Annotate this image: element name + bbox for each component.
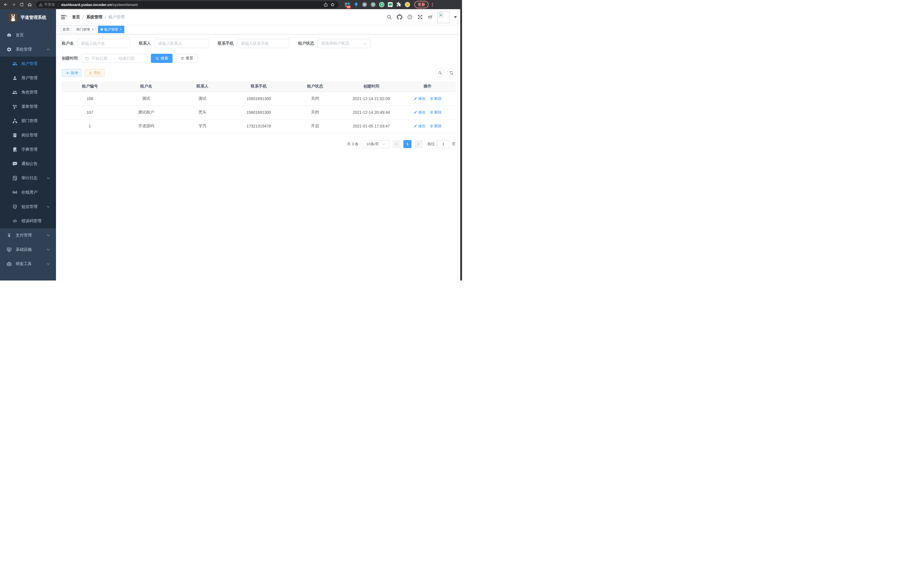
- tab-租户管理[interactable]: 租户管理×: [98, 26, 124, 33]
- edit-row-button[interactable]: 修改: [414, 96, 426, 101]
- edit-icon: [414, 97, 417, 100]
- close-icon[interactable]: ×: [92, 28, 94, 31]
- breadcrumb-system[interactable]: 系统管理: [86, 15, 102, 20]
- breadcrumb-home[interactable]: 首页: [72, 15, 80, 20]
- reset-button[interactable]: 重置: [176, 54, 198, 63]
- tab-部门管理[interactable]: 部门管理×: [74, 26, 96, 33]
- sidebar-item-system[interactable]: 系统管理: [0, 42, 56, 57]
- dashboard-icon: [6, 32, 12, 38]
- window-right-edge: [458, 9, 462, 281]
- svg-text:Y: Y: [381, 3, 383, 6]
- table-cell: 测试: [174, 92, 231, 105]
- sidebar-item-sms[interactable]: 短信管理: [0, 200, 56, 214]
- refresh-icon: [449, 71, 453, 75]
- mobile-input[interactable]: [237, 39, 290, 48]
- sidebar-item-notice[interactable]: 通知公告: [0, 157, 56, 171]
- sidebar-item-infra[interactable]: 基础设施: [0, 242, 56, 257]
- download-icon: [88, 71, 92, 75]
- extension-kite-icon[interactable]: [353, 2, 359, 8]
- sidebar-item-online-user[interactable]: 在线用户: [0, 185, 56, 200]
- hamburger-icon[interactable]: [61, 14, 67, 20]
- tenant-name-input[interactable]: [77, 39, 130, 48]
- forward-icon[interactable]: [10, 1, 17, 8]
- pagination-page-1[interactable]: 1: [404, 140, 411, 148]
- column-header: 联系手机: [231, 81, 287, 92]
- refresh-icon: [181, 57, 184, 60]
- sidebar-item-user[interactable]: 用户管理: [0, 71, 56, 85]
- caret-down-icon[interactable]: [454, 16, 457, 18]
- status-select[interactable]: 请选择租户状态: [317, 39, 370, 48]
- extension-command-icon[interactable]: ⌘: [362, 2, 368, 8]
- sidebar-item-dict[interactable]: 字典管理: [0, 142, 56, 157]
- pagination-next-button[interactable]: [414, 140, 422, 148]
- filter-row-1: 租户名 联系人 联系手机 租户状态 请选择租户状态: [62, 39, 456, 48]
- security-warning[interactable]: 不安全: [39, 2, 55, 7]
- reload-icon[interactable]: [18, 1, 25, 8]
- sidebar-item-dev-tools[interactable]: 研发工具: [0, 257, 56, 271]
- page-size-select[interactable]: 10条/页: [362, 140, 390, 148]
- font-size-icon[interactable]: tT: [427, 14, 434, 20]
- back-icon[interactable]: [2, 1, 9, 8]
- bookmark-star-icon[interactable]: [329, 1, 336, 8]
- pagination-prev-button[interactable]: [393, 140, 400, 148]
- tab-首页[interactable]: 首页: [60, 26, 72, 33]
- plus-icon: [66, 71, 69, 75]
- home-icon[interactable]: [26, 1, 33, 8]
- help-icon[interactable]: ?: [406, 14, 413, 20]
- show-search-button[interactable]: [436, 69, 444, 77]
- sidebar-item-menu[interactable]: 菜单管理: [0, 99, 56, 114]
- sidebar-item-label: 在线用户: [21, 190, 38, 195]
- sms-shield-icon: [12, 204, 18, 210]
- tags-view: 首页部门管理×租户管理×: [56, 25, 462, 34]
- update-button[interactable]: 更新: [414, 1, 429, 8]
- user-avatar[interactable]: [437, 11, 449, 23]
- table-row: 108测试测试15601691300关闭2021-12-14 21:02:09修…: [62, 92, 456, 105]
- github-icon[interactable]: [396, 14, 403, 20]
- delete-row-button[interactable]: 删除: [430, 96, 442, 101]
- delete-row-button[interactable]: 删除: [430, 110, 442, 115]
- refresh-table-button[interactable]: [447, 69, 456, 77]
- app-logo[interactable]: 芋道管理系统: [0, 9, 56, 26]
- sidebar-item-audit-log[interactable]: 审计日志: [0, 171, 56, 185]
- search-button[interactable]: 搜索: [151, 54, 172, 63]
- goto-page-input[interactable]: [437, 140, 450, 148]
- export-button[interactable]: 导出: [85, 69, 105, 77]
- address-bar[interactable]: 不安全 dashboard.yudao.iocoder.cn/system/te…: [36, 1, 339, 8]
- profile-emoji-icon[interactable]: [405, 2, 410, 8]
- edit-row-button[interactable]: 修改: [414, 110, 426, 115]
- browser-menu-icon[interactable]: [432, 3, 433, 7]
- security-label: 不安全: [44, 2, 55, 7]
- extensions-puzzle-icon[interactable]: [396, 2, 402, 8]
- contact-input[interactable]: [154, 39, 209, 48]
- scrollbar-track[interactable]: [458, 9, 460, 281]
- extension-squares-diamond-icon[interactable]: 10: [345, 2, 350, 8]
- edit-row-button[interactable]: 修改: [414, 123, 426, 129]
- sidebar-item-dept[interactable]: 部门管理: [0, 114, 56, 128]
- delete-row-button[interactable]: 删除: [430, 123, 442, 129]
- extension-green-dot-icon[interactable]: [370, 2, 376, 8]
- date-range-picker[interactable]: -: [81, 54, 147, 63]
- table-cell: 芋道源码: [118, 119, 174, 133]
- row-actions: 修改删除: [399, 92, 456, 105]
- sidebar: 芋道管理系统 首页系统管理租户管理用户管理角色管理菜单管理部门管理岗位管理字典管…: [0, 9, 56, 281]
- search-icon: [155, 57, 159, 60]
- sidebar-item-label: 首页: [16, 33, 24, 38]
- sidebar-item-error-code[interactable]: 错误码管理: [0, 214, 56, 228]
- add-button[interactable]: 新增: [62, 69, 82, 77]
- sidebar-item-pay[interactable]: 支付管理: [0, 228, 56, 242]
- share-icon[interactable]: [322, 1, 329, 8]
- sidebar-item-role[interactable]: 角色管理: [0, 85, 56, 99]
- extension-yuque-icon[interactable]: Y: [379, 2, 385, 8]
- close-icon[interactable]: ×: [120, 28, 122, 31]
- search-icon[interactable]: [386, 14, 392, 20]
- table-row: 107测试租户秃头15601691300关闭2021-12-14 20:49:4…: [62, 105, 456, 119]
- fullscreen-icon[interactable]: [417, 14, 423, 20]
- sidebar-item-post[interactable]: 岗位管理: [0, 128, 56, 142]
- sidebar-item-tenant[interactable]: 租户管理: [0, 57, 56, 71]
- table-cell: 15601691300: [231, 92, 287, 105]
- chevron-down-icon: [46, 233, 50, 237]
- extension-chat-icon[interactable]: [387, 2, 393, 8]
- payment-yen-icon: [6, 232, 12, 238]
- sidebar-item-home[interactable]: 首页: [0, 28, 56, 42]
- table-cell: 1: [62, 119, 118, 133]
